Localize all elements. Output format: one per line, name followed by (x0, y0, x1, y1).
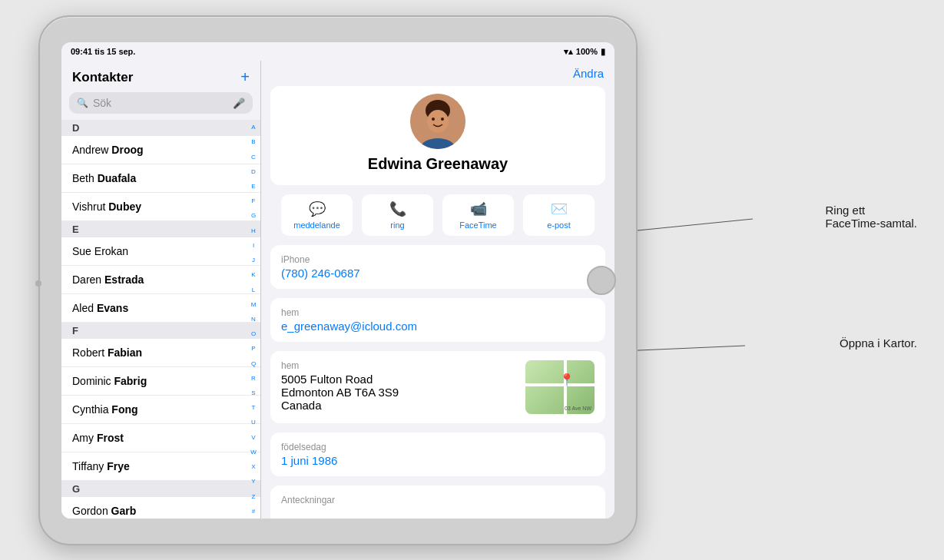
call-icon: 📞 (389, 200, 406, 217)
list-item[interactable]: Robert Fabian (61, 339, 260, 367)
detail-header: Ändra (261, 61, 614, 86)
notes-content[interactable] (281, 507, 595, 519)
wifi-icon: ▾▴ (564, 47, 573, 57)
list-item[interactable]: Cynthia Fong (61, 396, 260, 424)
birthday-card: födelsedag 1 juni 1986 (270, 432, 605, 476)
ipad-frame: 09:41 tis 15 sep. ▾▴ 100% ▮ Kontakter + (38, 15, 638, 545)
email-label: hem (281, 307, 595, 318)
list-item[interactable]: Vishrut Dubey (61, 193, 260, 221)
notes-label: Anteckningar (281, 495, 595, 505)
list-item[interactable]: Gordon Garb (61, 497, 260, 519)
search-bar[interactable]: 🔍 Sök 🎤 (69, 92, 253, 114)
outer-container: Skicka ett meddelande. Ring ett FaceTime… (0, 0, 944, 560)
map-background: 📍 03 Ave NW (525, 360, 595, 414)
ipad-screen: 09:41 tis 15 sep. ▾▴ 100% ▮ Kontakter + (61, 42, 614, 519)
message-label: meddelande (293, 220, 340, 230)
contacts-list[interactable]: D Andrew Droog Beth Duafala Vishrut Dube… (61, 120, 260, 519)
facetime-label: FaceTime (459, 220, 497, 230)
email-card: hem e_greenaway@icloud.com (270, 298, 605, 342)
map-thumbnail[interactable]: 📍 03 Ave NW (525, 360, 595, 414)
call-label: ring (390, 220, 404, 230)
message-button[interactable]: 💬 meddelande (281, 194, 353, 236)
search-icon: 🔍 (77, 98, 88, 108)
status-bar: 09:41 tis 15 sep. ▾▴ 100% ▮ (61, 42, 614, 61)
birthday-value: 1 juni 1986 (281, 454, 595, 467)
address-map-row: hem 5005 Fulton Road Edmonton AB T6A 3S9… (281, 360, 595, 414)
phone-value[interactable]: (780) 246-0687 (281, 267, 595, 280)
call-button[interactable]: 📞 ring (362, 194, 433, 236)
add-contact-button[interactable]: + (240, 68, 250, 86)
address-line3: Canada (281, 399, 518, 412)
contacts-title: Kontakter (72, 70, 133, 85)
map-pin-icon: 📍 (559, 373, 575, 387)
section-header-f: F (61, 323, 260, 339)
action-buttons: 💬 meddelande 📞 ring 📹 FaceTime ✉️ (270, 194, 605, 236)
svg-point-8 (441, 118, 444, 121)
email-value[interactable]: e_greenaway@icloud.com (281, 320, 595, 333)
main-area: Kontakter + 🔍 Sök 🎤 D Andrew Droog Beth … (61, 61, 614, 519)
list-item[interactable]: Andrew Droog (61, 136, 260, 164)
list-item[interactable]: Beth Duafala (61, 164, 260, 193)
list-item[interactable]: Dominic Fabrig (61, 367, 260, 396)
birthday-label: födelsedag (281, 442, 595, 452)
section-header-d: D (61, 120, 260, 136)
list-item[interactable]: Daren Estrada (61, 266, 260, 294)
address-card: hem 5005 Fulton Road Edmonton AB T6A 3S9… (270, 351, 605, 423)
address-text: hem 5005 Fulton Road Edmonton AB T6A 3S9… (281, 360, 518, 412)
annotation-maps: Öppna i Kartor. (840, 336, 917, 350)
svg-point-7 (432, 118, 435, 121)
phone-label: iPhone (281, 254, 595, 265)
section-header-g: G (61, 481, 260, 497)
contact-name: Edwina Greenaway (368, 155, 508, 173)
list-item[interactable]: Amy Frost (61, 424, 260, 452)
section-header-e: E (61, 221, 260, 237)
address-line2: Edmonton AB T6A 3S9 (281, 386, 518, 399)
battery-percent: 100% (576, 47, 598, 56)
email-icon: ✉️ (551, 200, 568, 217)
email-button[interactable]: ✉️ e-post (523, 194, 595, 236)
list-item[interactable]: Aled Evans (61, 294, 260, 323)
avatar (410, 94, 465, 149)
mic-icon: 🎤 (233, 98, 245, 109)
email-label: e-post (547, 220, 571, 230)
contact-hero: Edwina Greenaway (270, 86, 605, 185)
edit-button[interactable]: Ändra (573, 67, 604, 80)
contacts-header: Kontakter + (61, 61, 260, 92)
battery-icon: ▮ (601, 47, 605, 57)
status-time: 09:41 tis 15 sep. (71, 47, 135, 56)
notes-card: Anteckningar (270, 485, 605, 519)
message-icon: 💬 (309, 200, 326, 217)
phone-card: iPhone (780) 246-0687 (270, 245, 605, 289)
list-item[interactable]: Sue Erokan (61, 237, 260, 266)
facetime-icon: 📹 (470, 200, 487, 217)
search-placeholder: Sök (93, 97, 228, 109)
detail-panel: Ändra (261, 61, 614, 519)
map-label: 03 Ave NW (565, 406, 591, 411)
home-button[interactable] (587, 266, 616, 295)
address-label: hem (281, 360, 518, 371)
contacts-panel: Kontakter + 🔍 Sök 🎤 D Andrew Droog Beth … (61, 61, 261, 519)
svg-point-5 (427, 110, 449, 133)
annotation-facetime: Ring ett FaceTime-samtal. (826, 204, 917, 230)
side-button (35, 280, 41, 287)
status-bar-right: ▾▴ 100% ▮ (564, 47, 605, 57)
facetime-button[interactable]: 📹 FaceTime (442, 194, 514, 236)
list-item[interactable]: Tiffany Frye (61, 452, 260, 481)
address-line1: 5005 Fulton Road (281, 373, 518, 386)
